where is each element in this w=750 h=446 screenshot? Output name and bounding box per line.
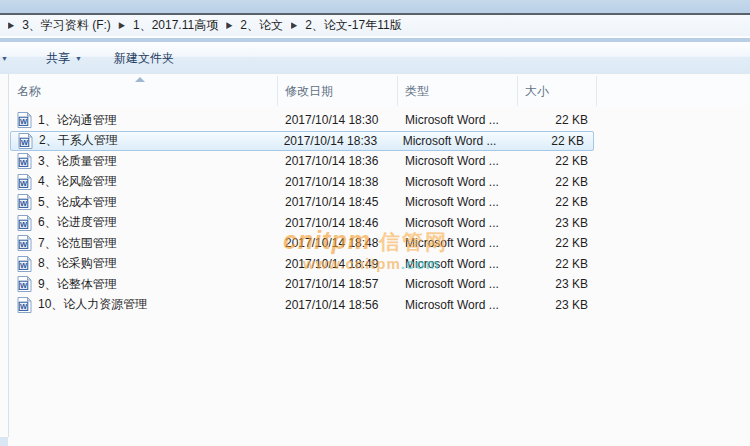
- file-date-modified: 2017/10/14 18:57: [278, 277, 398, 291]
- file-row[interactable]: W 2、干系人管理 2017/10/14 18:33 Microsoft Wor…: [10, 131, 594, 152]
- column-header-row: 名称 修改日期 类型 大小: [10, 76, 747, 106]
- toolbar-overflow-arrow-icon[interactable]: ▼: [1, 55, 11, 62]
- word-document-icon: W: [17, 112, 32, 128]
- file-name-cell: W 5、论成本管理: [10, 194, 278, 211]
- file-name: 8、论采购管理: [38, 255, 117, 272]
- word-document-icon: W: [17, 215, 32, 231]
- file-type: Microsoft Word ...: [398, 216, 518, 230]
- file-date-modified: 2017/10/14 18:48: [278, 236, 398, 250]
- word-document-icon: W: [17, 235, 32, 251]
- chevron-down-icon: ▼: [75, 55, 82, 62]
- word-document-icon: W: [17, 297, 32, 313]
- details-pane-corner: [0, 437, 8, 446]
- file-name: 7、论范围管理: [38, 235, 117, 252]
- file-list: W 1、论沟通管理 2017/10/14 18:30 Microsoft Wor…: [10, 110, 750, 315]
- share-button-label: 共享: [46, 50, 70, 67]
- window-glass-strip: [0, 0, 750, 13]
- file-row[interactable]: W 9、论整体管理 2017/10/14 18:57 Microsoft Wor…: [10, 274, 750, 295]
- file-size: 22 KB: [518, 154, 597, 168]
- chevron-right-icon[interactable]: ▶: [226, 21, 232, 31]
- file-row[interactable]: W 4、论风险管理 2017/10/14 18:38 Microsoft Wor…: [10, 172, 750, 193]
- command-toolbar: ▼ 共享 ▼ 新建文件夹: [0, 42, 750, 74]
- file-type: Microsoft Word ...: [396, 134, 515, 148]
- new-folder-button[interactable]: 新建文件夹: [104, 46, 184, 71]
- navigation-pane-edge: [0, 74, 9, 437]
- file-type: Microsoft Word ...: [398, 277, 518, 291]
- file-row[interactable]: W 10、论人力资源管理 2017/10/14 18:56 Microsoft …: [10, 295, 750, 316]
- file-size: 23 KB: [518, 216, 597, 230]
- file-size: 22 KB: [518, 195, 597, 209]
- file-date-modified: 2017/10/14 18:45: [278, 195, 398, 209]
- file-name: 9、论整体管理: [38, 276, 117, 293]
- file-name-cell: W 3、论质量管理: [10, 153, 278, 170]
- file-name-cell: W 9、论整体管理: [10, 276, 278, 293]
- file-size: 22 KB: [518, 236, 597, 250]
- file-name-cell: W 2、干系人管理: [11, 132, 277, 149]
- file-row[interactable]: W 6、论进度管理 2017/10/14 18:46 Microsoft Wor…: [10, 213, 750, 234]
- chevron-right-icon[interactable]: ▶: [291, 21, 297, 31]
- file-type: Microsoft Word ...: [398, 298, 518, 312]
- column-header-type[interactable]: 类型: [398, 76, 518, 106]
- share-button[interactable]: 共享 ▼: [36, 46, 92, 71]
- file-row[interactable]: W 8、论采购管理 2017/10/14 18:49 Microsoft Wor…: [10, 254, 750, 275]
- column-header-filler: [597, 76, 747, 106]
- file-name-cell: W 1、论沟通管理: [10, 112, 278, 129]
- column-header-date-modified[interactable]: 修改日期: [278, 76, 398, 106]
- svg-text:W: W: [20, 261, 28, 270]
- file-date-modified: 2017/10/14 18:49: [278, 257, 398, 271]
- file-type: Microsoft Word ...: [398, 175, 518, 189]
- file-name-cell: W 10、论人力资源管理: [10, 296, 278, 313]
- file-row[interactable]: W 7、论范围管理 2017/10/14 18:48 Microsoft Wor…: [10, 233, 750, 254]
- file-date-modified: 2017/10/14 18:38: [278, 175, 398, 189]
- word-document-icon: W: [18, 133, 33, 149]
- file-name: 1、论沟通管理: [38, 112, 117, 129]
- file-type: Microsoft Word ...: [398, 195, 518, 209]
- svg-text:W: W: [20, 240, 28, 249]
- breadcrumb-item-drive[interactable]: 3、学习资料 (F:): [22, 17, 111, 34]
- file-size: 22 KB: [515, 134, 593, 148]
- breadcrumb-item-current[interactable]: 2、论文-17年11版: [305, 17, 401, 34]
- file-date-modified: 2017/10/14 18:46: [278, 216, 398, 230]
- word-document-icon: W: [17, 153, 32, 169]
- svg-text:W: W: [20, 199, 28, 208]
- file-name: 2、干系人管理: [39, 132, 118, 149]
- file-name-cell: W 4、论风险管理: [10, 173, 278, 190]
- word-document-icon: W: [17, 276, 32, 292]
- svg-text:W: W: [20, 158, 28, 167]
- file-row[interactable]: W 3、论质量管理 2017/10/14 18:36 Microsoft Wor…: [10, 151, 750, 172]
- file-row[interactable]: W 1、论沟通管理 2017/10/14 18:30 Microsoft Wor…: [10, 110, 750, 131]
- svg-text:W: W: [20, 220, 28, 229]
- word-document-icon: W: [17, 256, 32, 272]
- file-name: 3、论质量管理: [38, 153, 117, 170]
- file-type: Microsoft Word ...: [398, 154, 518, 168]
- svg-text:W: W: [20, 117, 28, 126]
- file-date-modified: 2017/10/14 18:36: [278, 154, 398, 168]
- file-size: 23 KB: [518, 277, 597, 291]
- file-name: 5、论成本管理: [38, 194, 117, 211]
- svg-text:W: W: [20, 302, 28, 311]
- file-size: 22 KB: [518, 113, 597, 127]
- chevron-right-icon[interactable]: ▶: [8, 21, 14, 31]
- file-name: 10、论人力资源管理: [38, 296, 147, 313]
- file-size: 22 KB: [518, 175, 597, 189]
- breadcrumb-item-folder2[interactable]: 2、论文: [240, 17, 283, 34]
- sort-ascending-icon: [135, 77, 145, 82]
- svg-text:W: W: [21, 138, 29, 147]
- chevron-right-icon[interactable]: ▶: [119, 21, 125, 31]
- file-date-modified: 2017/10/14 18:30: [278, 113, 398, 127]
- svg-text:W: W: [20, 179, 28, 188]
- file-date-modified: 2017/10/14 18:56: [278, 298, 398, 312]
- file-size: 22 KB: [518, 257, 597, 271]
- breadcrumb: ▶ 3、学习资料 (F:) ▶ 1、2017.11高项 ▶ 2、论文 ▶ 2、论…: [0, 15, 750, 36]
- file-date-modified: 2017/10/14 18:33: [277, 134, 396, 148]
- file-name: 6、论进度管理: [38, 214, 117, 231]
- svg-text:W: W: [20, 281, 28, 290]
- word-document-icon: W: [17, 174, 32, 190]
- new-folder-button-label: 新建文件夹: [114, 50, 174, 67]
- column-header-size[interactable]: 大小: [518, 76, 597, 106]
- file-name-cell: W 7、论范围管理: [10, 235, 278, 252]
- file-row[interactable]: W 5、论成本管理 2017/10/14 18:45 Microsoft Wor…: [10, 192, 750, 213]
- file-name-cell: W 6、论进度管理: [10, 214, 278, 231]
- file-name-cell: W 8、论采购管理: [10, 255, 278, 272]
- breadcrumb-item-folder1[interactable]: 1、2017.11高项: [133, 17, 218, 34]
